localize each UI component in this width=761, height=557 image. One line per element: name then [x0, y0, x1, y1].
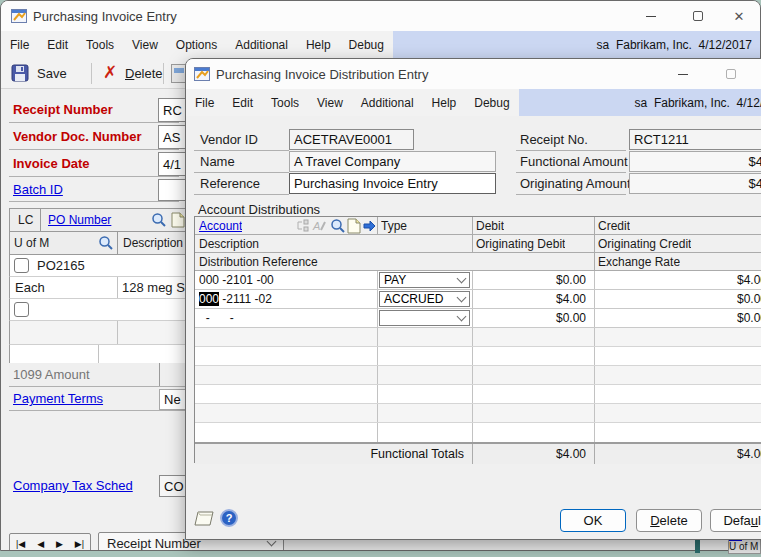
batch-id-row: Batch ID	[9, 177, 179, 202]
save-button[interactable]: Save	[37, 66, 67, 81]
receipt-no-field: RCT1211	[629, 129, 761, 150]
empty-row	[195, 423, 761, 442]
note-icon[interactable]	[171, 212, 185, 232]
notepad-icon[interactable]	[194, 509, 216, 533]
delete-button[interactable]: Delete	[125, 66, 163, 81]
invoice-date-label: Invoice Date	[13, 156, 90, 171]
type-value: PAY	[384, 273, 406, 287]
menu-tools[interactable]: Tools	[262, 89, 308, 116]
main-titlebar: Purchasing Invoice Entry ✕	[1, 1, 760, 31]
payment-terms-link[interactable]: Payment Terms	[13, 391, 103, 406]
menu-debug[interactable]: Debug	[465, 89, 518, 116]
debit-column-header: Debit	[476, 217, 504, 234]
menu-file[interactable]: File	[186, 89, 223, 116]
type-column-header: Type	[381, 217, 407, 234]
debit-value[interactable]: $0.00	[472, 271, 586, 289]
main-menubar: File Edit Tools View Options Additional …	[1, 31, 760, 58]
functional-totals-row: Functional Totals $4.00 $4.00	[195, 442, 761, 464]
menu-help[interactable]: Help	[423, 89, 466, 116]
vendor-id-field[interactable]: ACETRAVE0001	[289, 129, 414, 150]
distribution-row[interactable]: - - $0.00 $0.00	[195, 309, 761, 328]
menu-edit[interactable]: Edit	[38, 31, 77, 58]
reference-field[interactable]: Purchasing Invoice Entry	[289, 173, 496, 194]
batch-id-link[interactable]: Batch ID	[13, 182, 63, 197]
menu-file[interactable]: File	[1, 31, 38, 58]
menu-additional[interactable]: Additional	[226, 31, 297, 58]
menu-view[interactable]: View	[308, 89, 352, 116]
menu-options[interactable]: Options	[167, 31, 226, 58]
menu-additional[interactable]: Additional	[352, 89, 423, 116]
menu-view[interactable]: View	[123, 31, 167, 58]
dialog-titlebar: Purchasing Invoice Distribution Entry	[186, 59, 761, 89]
first-record-button[interactable]: |◀	[16, 539, 25, 549]
row-checkbox[interactable]	[14, 258, 29, 273]
empty-row	[195, 366, 761, 385]
last-record-button[interactable]: ▶|	[75, 539, 84, 549]
credit-value[interactable]: $0.00	[594, 309, 761, 327]
app-icon	[194, 66, 210, 86]
credit-column-header: Credit	[598, 217, 630, 234]
distribution-row[interactable]: 000 -2111 -02 ACCRUED $4.00 $0.00	[195, 290, 761, 309]
close-button[interactable]: ✕	[722, 1, 756, 31]
svg-text:A: A	[312, 220, 320, 232]
maximize-button[interactable]	[681, 1, 715, 31]
ok-button[interactable]: OK	[560, 509, 626, 532]
menu-tools[interactable]: Tools	[77, 31, 123, 58]
originating-debit-header: Originating Debit	[476, 235, 565, 252]
distribution-reference-header: Distribution Reference	[199, 253, 318, 270]
distribution-dialog: Purchasing Invoice Distribution Entry Fi…	[185, 58, 761, 540]
lookup-icon[interactable]	[151, 212, 167, 232]
functional-amount-label: Functional Amount	[520, 154, 628, 169]
vendor-id-label: Vendor ID	[200, 132, 258, 147]
maximize-button[interactable]	[714, 59, 748, 89]
desktop: Purchasing Invoice Entry ✕ File Edit Too…	[0, 0, 761, 557]
help-icon[interactable]: ?	[220, 509, 238, 527]
credit-value[interactable]: $0.00	[594, 290, 761, 308]
vendor-doc-label: Vendor Doc. Number	[13, 129, 142, 144]
toolbar-separator	[163, 63, 164, 84]
receipt-no-label: Receipt No.	[520, 132, 588, 147]
vendor-doc-row: Vendor Doc. Number	[9, 123, 179, 150]
originating-credit-header: Originating Credit	[598, 235, 691, 252]
next-record-button[interactable]: ▶	[56, 539, 63, 549]
menu-help[interactable]: Help	[297, 31, 340, 58]
menu-edit[interactable]: Edit	[223, 89, 262, 116]
account-value[interactable]: - -	[199, 309, 234, 327]
credit-value[interactable]: $4.00	[594, 271, 761, 289]
row-checkbox[interactable]	[14, 302, 29, 317]
type-value: ACCRUED	[384, 292, 443, 306]
po-number-value[interactable]: PO2165	[37, 258, 85, 273]
menu-debug[interactable]: Debug	[340, 31, 393, 58]
delete-button[interactable]: Delete	[636, 509, 702, 532]
dialog-menubar: File Edit Tools View Additional Help Deb…	[186, 89, 761, 116]
toolbar-separator	[91, 63, 92, 84]
account-column-link[interactable]: Account	[199, 219, 242, 233]
account-value[interactable]: 000 -2111 -02	[199, 290, 272, 308]
type-dropdown[interactable]: PAY	[379, 272, 470, 288]
default-button[interactable]: Default	[710, 509, 761, 532]
reference-row: Reference	[194, 173, 289, 195]
type-dropdown[interactable]: ACCRUED	[379, 291, 470, 307]
name-label: Name	[200, 154, 235, 169]
debit-value[interactable]: $4.00	[472, 290, 586, 308]
originating-amount-field: $4.00	[629, 173, 761, 194]
minimize-button[interactable]	[666, 59, 700, 89]
exchange-rate-header: Exchange Rate	[598, 253, 680, 270]
prev-record-button[interactable]: ◀	[37, 539, 44, 549]
minimize-button[interactable]	[634, 1, 668, 31]
functional-amount-row: Functional Amount	[516, 151, 626, 173]
company-tax-sched-link[interactable]: Company Tax Sched	[13, 478, 133, 493]
distribution-row[interactable]: 000 -2101 -00 PAY $0.00 $4.00	[195, 271, 761, 290]
debit-value[interactable]: $0.00	[472, 309, 586, 327]
table-header-row1: Account A Type Debit	[195, 217, 761, 235]
uofm-column-header: U of M	[14, 236, 49, 250]
po-number-link[interactable]: PO Number	[48, 213, 111, 227]
uofm-value[interactable]: Each	[15, 280, 45, 295]
uofm-label: U of M	[729, 541, 760, 553]
type-dropdown[interactable]	[379, 310, 470, 326]
lookup-icon[interactable]	[98, 235, 114, 255]
account-value[interactable]: 000 -2101 -00	[199, 271, 274, 289]
empty-row	[195, 404, 761, 423]
receipt-no-row: Receipt No.	[516, 129, 626, 151]
table-header-row3: Distribution Reference Exchange Rate	[195, 253, 761, 271]
